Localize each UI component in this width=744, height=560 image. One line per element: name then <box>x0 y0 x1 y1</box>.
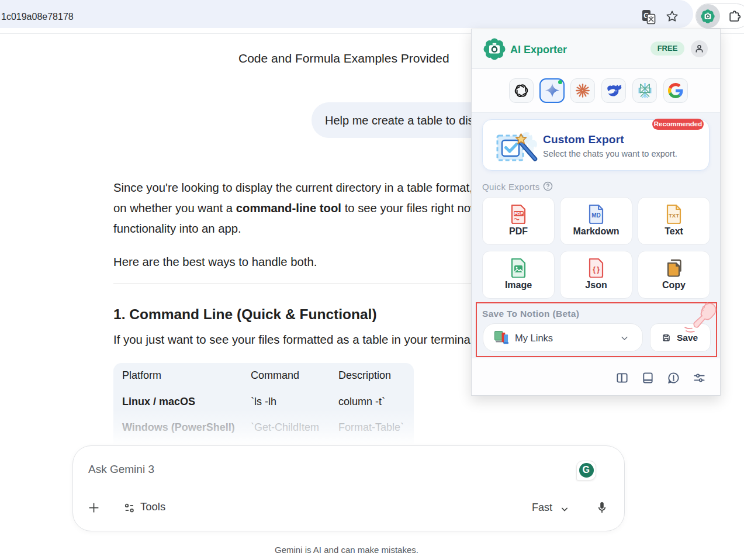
svg-text:TXT: TXT <box>669 212 679 219</box>
svg-text:{ }: { } <box>593 265 600 274</box>
svg-text:PDF: PDF <box>514 211 523 216</box>
svg-text:MD: MD <box>591 212 601 219</box>
